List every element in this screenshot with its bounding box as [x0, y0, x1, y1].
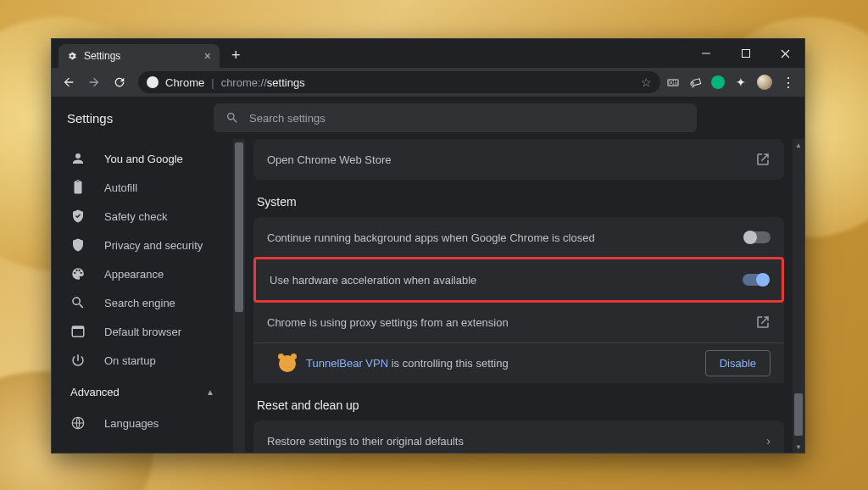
extension-off-icon[interactable]: Off	[667, 79, 679, 86]
sidebar-item-label: Safety check	[104, 210, 167, 223]
open-external-icon	[755, 315, 771, 330]
sidebar-item-on-startup[interactable]: On startup	[52, 346, 233, 375]
row-label: Use hardware acceleration when available	[270, 274, 476, 287]
sidebar-item-label: Autofill	[104, 181, 137, 194]
title-bar: Settings × +	[52, 39, 804, 68]
search-input[interactable]: Search settings	[214, 103, 697, 132]
advanced-section-toggle[interactable]: Advanced ▲	[52, 375, 233, 409]
extensions-menu-icon[interactable]: ✦	[733, 75, 748, 90]
webstore-card: Open Chrome Web Store	[253, 139, 784, 180]
hw-accel-toggle[interactable]	[743, 274, 768, 286]
sidebar-item-autofill[interactable]: Autofill	[52, 173, 233, 202]
sidebar-scrollbar[interactable]	[233, 139, 245, 453]
search-placeholder: Search settings	[249, 112, 326, 125]
chevron-up-icon: ▲	[206, 387, 214, 397]
svg-rect-1	[743, 50, 750, 58]
system-card: Continue running background apps when Go…	[253, 217, 784, 383]
sidebar-item-languages[interactable]: Languages	[52, 409, 233, 437]
shield-check-icon	[70, 209, 86, 224]
address-bar[interactable]: Chrome | chrome://settings ☆	[138, 71, 660, 93]
search-wrap: Search settings	[121, 103, 789, 132]
extension-tag-icon[interactable]: 🏷	[686, 73, 704, 92]
toolbar: Chrome | chrome://settings ☆ Off 🏷 ✦ ⋮	[52, 68, 804, 97]
sidebar-item-label: Search engine	[104, 297, 175, 309]
reload-button[interactable]	[108, 70, 131, 94]
clipboard-icon	[70, 180, 86, 195]
scroll-up-icon[interactable]: ▲	[793, 139, 804, 151]
window-controls	[687, 39, 804, 68]
sidebar-item-label: Privacy and security	[104, 239, 203, 252]
sidebar-item-privacy[interactable]: Privacy and security	[52, 231, 233, 259]
browser-icon	[70, 324, 86, 339]
forward-button[interactable]	[82, 70, 106, 94]
sidebar: You and Google Autofill Safety check Pri…	[52, 139, 245, 453]
disable-extension-button[interactable]: Disable	[705, 350, 771, 376]
shield-icon	[70, 237, 86, 253]
browser-menu-icon[interactable]: ⋮	[781, 75, 796, 90]
row-label: Restore settings to their original defau…	[267, 435, 464, 448]
reset-section-title: Reset and clean up	[257, 398, 784, 412]
sidebar-item-label: You and Google	[104, 153, 183, 165]
sidebar-item-safety-check[interactable]: Safety check	[52, 202, 233, 231]
row-label: Open Chrome Web Store	[267, 153, 391, 166]
extension-grammarly-icon[interactable]	[711, 75, 725, 89]
sidebar-item-label: On startup	[104, 354, 156, 367]
proxy-row[interactable]: Chrome is using proxy settings from an e…	[253, 302, 784, 342]
tunnelbear-icon	[279, 355, 296, 372]
svg-rect-3	[72, 326, 84, 329]
tab-strip: Settings × +	[52, 44, 687, 68]
browser-window: Settings × + Chr	[51, 38, 805, 454]
arrow-left-icon	[62, 75, 75, 89]
extension-icons: Off 🏷 ✦ ⋮	[667, 75, 799, 90]
restore-defaults-row[interactable]: Restore settings to their original defau…	[253, 420, 784, 453]
arrow-right-icon	[87, 75, 101, 89]
settings-body: You and Google Autofill Safety check Pri…	[52, 139, 804, 453]
profile-avatar[interactable]	[757, 75, 772, 90]
sidebar-item-search-engine[interactable]: Search engine	[52, 288, 233, 317]
maximize-button[interactable]	[726, 39, 765, 68]
url-scheme-label: Chrome	[165, 76, 204, 89]
sidebar-item-you-and-google[interactable]: You and Google	[52, 144, 233, 173]
row-label: Continue running background apps when Go…	[267, 231, 595, 244]
close-icon	[781, 49, 790, 58]
close-window-button[interactable]	[765, 39, 804, 68]
proxy-controlled-row: TunnelBear VPN is controlling this setti…	[253, 342, 784, 383]
minimize-button[interactable]	[687, 39, 726, 68]
reload-icon	[113, 75, 126, 89]
search-icon	[225, 111, 239, 125]
scroll-down-icon[interactable]: ▼	[793, 441, 804, 453]
hw-accel-row[interactable]: Use hardware acceleration when available	[256, 259, 782, 300]
page-title: Settings	[67, 111, 113, 125]
tab-title: Settings	[84, 50, 120, 62]
sidebar-item-appearance[interactable]: Appearance	[52, 259, 233, 288]
bg-apps-row[interactable]: Continue running background apps when Go…	[253, 217, 784, 258]
maximize-icon	[742, 49, 750, 58]
url-separator: |	[211, 76, 214, 89]
browser-tab-settings[interactable]: Settings ×	[58, 44, 220, 68]
controlling-text: is controlling this setting	[388, 357, 509, 370]
back-button[interactable]	[57, 70, 81, 94]
sidebar-item-default-browser[interactable]: Default browser	[52, 317, 233, 346]
new-tab-button[interactable]: +	[220, 47, 253, 68]
sidebar-item-label: Default browser	[104, 326, 181, 338]
scrollbar-thumb[interactable]	[235, 142, 243, 312]
search-icon	[70, 295, 86, 310]
open-web-store-row[interactable]: Open Chrome Web Store	[253, 139, 784, 180]
main-scrollbar[interactable]: ▲ ▼	[793, 139, 804, 453]
highlight-box: Use hardware acceleration when available	[253, 257, 784, 303]
bg-apps-toggle[interactable]	[745, 231, 771, 243]
palette-icon	[70, 266, 86, 281]
close-tab-icon[interactable]: ×	[204, 50, 211, 62]
reset-card: Restore settings to their original defau…	[253, 420, 784, 453]
power-icon	[70, 353, 86, 368]
proxy-ext-text: TunnelBear VPN is controlling this setti…	[306, 357, 509, 370]
bookmark-star-icon[interactable]: ☆	[641, 75, 652, 89]
url-path: chrome://settings	[221, 76, 305, 89]
globe-icon	[70, 415, 86, 431]
chevron-right-icon: ›	[766, 434, 771, 448]
sidebar-item-label: Appearance	[104, 268, 164, 281]
advanced-label: Advanced	[70, 386, 120, 398]
nav-list: You and Google Autofill Safety check Pri…	[52, 139, 233, 453]
person-icon	[70, 151, 86, 166]
scrollbar-thumb[interactable]	[794, 393, 803, 436]
